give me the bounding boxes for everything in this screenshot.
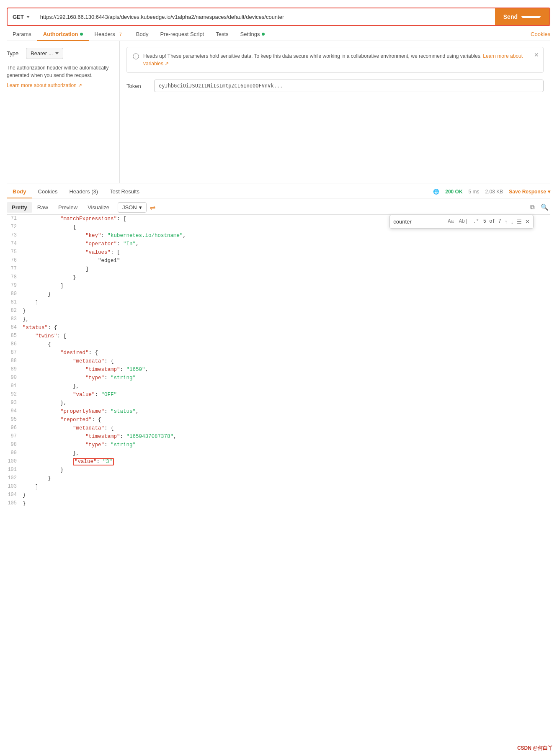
search-prev-button[interactable]: ↑ [504, 218, 508, 226]
cookies-link[interactable]: Cookies [531, 31, 550, 37]
learn-more-link[interactable]: Learn more about authorization ↗ [7, 82, 113, 88]
json-line-95: 95 "reported": { [7, 416, 550, 424]
token-label: Token [126, 83, 147, 89]
json-line-96: 96 "metadata": { [7, 424, 550, 432]
search-close-button[interactable]: ✕ [525, 219, 530, 225]
search-options: Aa Ab| .* [446, 217, 480, 226]
format-chevron-icon: ▾ [139, 204, 142, 211]
wrap-icon[interactable]: ⇌ [150, 203, 155, 211]
json-line-98: 98 "type": "string" [7, 441, 550, 449]
json-line-74: 74 "operator": "In", [7, 240, 550, 248]
regex-opt[interactable]: .* [471, 217, 480, 226]
whole-word-opt[interactable]: Ab| [457, 217, 470, 226]
tab-body[interactable]: Body [130, 28, 155, 41]
copy-icon[interactable]: ⧉ [529, 202, 536, 213]
json-line-76: 76 "edge1" [7, 257, 550, 265]
method-select[interactable]: GET [8, 8, 35, 25]
json-line-103: 103 ] [7, 483, 550, 491]
json-viewer: Aa Ab| .* 5 of 7 ↑ ↓ ☰ ✕ 71 "matchExpres… [7, 215, 550, 508]
tab-params[interactable]: Params [7, 28, 37, 41]
response-status: 🌐 200 OK 5 ms 2.08 KB Save Response ▾ [433, 189, 550, 195]
json-line-88: 88 "metadata": { [7, 357, 550, 365]
json-line-85: 85 "twins": [ [7, 332, 550, 340]
json-lines-container: 71 "matchExpressions": [72 {73 "key": "k… [7, 215, 550, 508]
json-line-102: 102 } [7, 474, 550, 483]
type-dropdown[interactable]: Bearer ... [26, 48, 63, 59]
send-chevron-icon [521, 16, 541, 18]
send-button[interactable]: Send [495, 8, 549, 25]
json-line-79: 79 ] [7, 282, 550, 290]
status-ok: 200 OK [445, 189, 462, 195]
json-line-84: 84"status": { [7, 324, 550, 332]
search-next-button[interactable]: ↓ [510, 218, 515, 226]
json-line-94: 94 "propertyName": "status", [7, 407, 550, 416]
search-overlay: Aa Ab| .* 5 of 7 ↑ ↓ ☰ ✕ [389, 215, 534, 229]
tab-headers[interactable]: Headers 7 [89, 28, 130, 41]
format-dropdown[interactable]: JSON ▾ [118, 202, 147, 213]
json-line-100: 100 "value": "3" [7, 458, 550, 466]
method-chevron-icon [26, 16, 30, 18]
resp-tab-headers[interactable]: Headers (3) [63, 185, 104, 198]
search-icon[interactable]: 🔍 [539, 202, 550, 213]
type-chevron-icon [55, 52, 59, 54]
json-line-92: 92 "value": "OFF" [7, 391, 550, 399]
search-nav: ↑ ↓ ☰ [504, 218, 523, 226]
status-globe-icon: 🌐 [433, 189, 439, 195]
json-line-97: 97 "timestamp": "1650437087378", [7, 432, 550, 441]
fmt-raw[interactable]: Raw [32, 202, 53, 213]
method-text: GET [13, 14, 24, 20]
auth-area: Type Bearer ... The authorization header… [7, 41, 550, 183]
fmt-visualize[interactable]: Visualize [83, 202, 114, 213]
json-line-87: 87 "desired": { [7, 349, 550, 357]
status-size: 2.08 KB [485, 189, 503, 195]
token-row: Token [126, 80, 544, 92]
tab-tests[interactable]: Tests [210, 28, 234, 41]
fmt-pretty[interactable]: Pretty [7, 202, 32, 213]
tab-prerequest[interactable]: Pre-request Script [154, 28, 210, 41]
request-tabs: Params Authorization Headers 7 Body Pre-… [7, 26, 550, 41]
json-line-86: 86 { [7, 340, 550, 349]
url-input[interactable] [35, 8, 495, 25]
watermark: CSDN @何白丫 [517, 745, 553, 752]
save-chevron-icon: ▾ [548, 189, 550, 195]
body-format-row: Pretty Raw Preview Visualize JSON ▾ ⇌ ⧉ … [7, 202, 550, 215]
search-list-button[interactable]: ☰ [516, 218, 523, 226]
json-line-75: 75 "values": [ [7, 248, 550, 257]
tab-settings[interactable]: Settings [235, 28, 271, 41]
resp-tab-test-results[interactable]: Test Results [104, 185, 145, 198]
auth-description: The authorization header will be automat… [7, 64, 113, 79]
response-tabs: Body Cookies Headers (3) Test Results 🌐 … [7, 183, 550, 198]
resp-tab-cookies[interactable]: Cookies [32, 185, 64, 198]
save-response-button[interactable]: Save Response ▾ [509, 189, 550, 195]
json-line-104: 104} [7, 491, 550, 499]
fmt-preview[interactable]: Preview [53, 202, 83, 213]
json-line-82: 82} [7, 307, 550, 315]
json-line-83: 83}, [7, 315, 550, 324]
json-line-80: 80 } [7, 290, 550, 298]
json-line-101: 101 } [7, 466, 550, 474]
auth-right-panel: ⓘ Heads up! These parameters hold sensit… [120, 41, 550, 183]
json-line-93: 93 }, [7, 399, 550, 407]
type-row: Type Bearer ... [7, 48, 113, 59]
json-line-90: 90 "type": "string" [7, 374, 550, 382]
json-line-89: 89 "timestamp": "1650", [7, 365, 550, 374]
json-line-78: 78 } [7, 273, 550, 282]
token-input[interactable] [154, 80, 544, 92]
resp-tab-body[interactable]: Body [7, 185, 32, 198]
close-icon[interactable]: ✕ [534, 51, 539, 58]
url-bar: GET Send [7, 8, 550, 26]
type-label: Type [7, 50, 22, 57]
json-line-91: 91 }, [7, 382, 550, 391]
authorization-dot [80, 33, 83, 36]
warning-text: Heads up! These parameters hold sensitiv… [143, 52, 537, 67]
warning-banner: ⓘ Heads up! These parameters hold sensit… [126, 47, 544, 73]
status-time: 5 ms [469, 189, 480, 195]
warning-icon: ⓘ [133, 53, 139, 61]
json-line-99: 99 }, [7, 449, 550, 458]
json-line-73: 73 "key": "kubernetes.io/hostname", [7, 231, 550, 240]
search-count: 5 of 7 [483, 218, 501, 226]
case-sensitive-opt[interactable]: Aa [446, 217, 455, 226]
search-input[interactable] [393, 219, 444, 225]
tab-authorization[interactable]: Authorization [37, 28, 89, 41]
auth-left-panel: Type Bearer ... The authorization header… [7, 41, 120, 183]
